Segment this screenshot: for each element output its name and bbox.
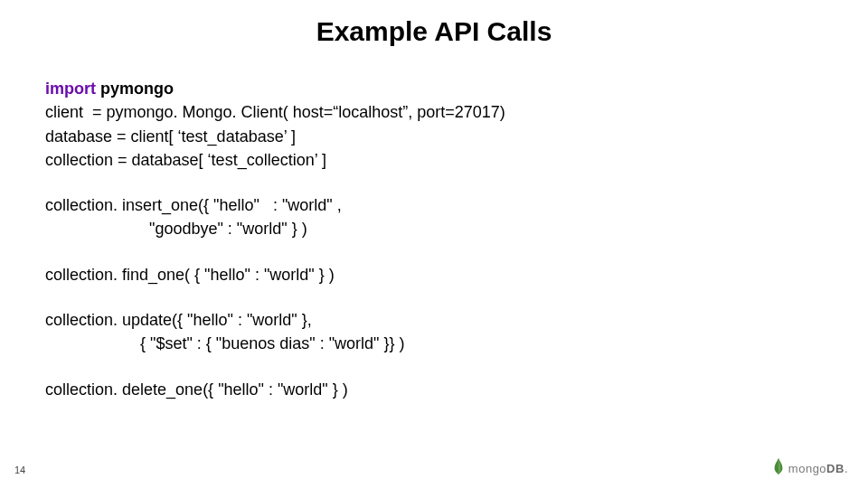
code-line: collection. insert_one({ "hello" : "worl…	[45, 194, 823, 216]
code-line: collection. delete_one({ "hello" : "worl…	[45, 379, 823, 400]
logo-text-light: mongo	[788, 462, 826, 475]
leaf-icon	[772, 457, 785, 479]
code-line: import pymongo	[45, 78, 823, 99]
spacer	[45, 287, 823, 309]
code-line: collection. update({ "hello" : "world" }…	[45, 309, 823, 331]
logo-text: mongoDB.	[788, 462, 848, 475]
slide: Example API Calls import pymongo client …	[0, 0, 868, 488]
code-line: collection. find_one( { "hello" : "world…	[45, 264, 823, 286]
code-line: client = pymongo. Mongo. Client( host=“l…	[45, 101, 823, 123]
code-line: { "$set" : { "buenos dias" : "world" }} …	[45, 333, 823, 354]
mongodb-logo: mongoDB.	[772, 457, 848, 479]
keyword-import: import	[45, 80, 96, 98]
slide-title: Example API Calls	[0, 16, 868, 47]
spacer	[45, 357, 823, 379]
page-number: 14	[14, 465, 25, 475]
keyword-module: pymongo	[96, 80, 174, 98]
code-line: database = client[ ‘test_database’ ]	[45, 126, 823, 147]
code-line: "goodbye" : "world" } )	[45, 218, 823, 239]
code-block: import pymongo client = pymongo. Mongo. …	[45, 78, 823, 402]
spacer	[45, 242, 823, 264]
spacer	[45, 173, 823, 194]
logo-text-bold: DB	[826, 462, 844, 475]
code-line: collection = database[ ‘test_collection’…	[45, 149, 823, 171]
